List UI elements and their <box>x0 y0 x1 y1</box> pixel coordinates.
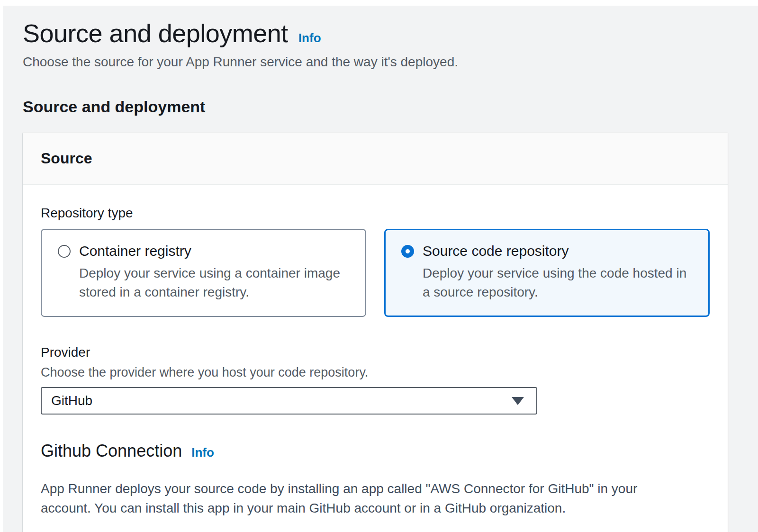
page-title: Source and deployment <box>23 18 288 48</box>
provider-field: Provider Choose the provider where you h… <box>41 344 710 415</box>
content-area: Source and deployment Info Choose the so… <box>3 6 758 532</box>
provider-select[interactable]: GitHub <box>41 387 537 415</box>
section-heading: Source and deployment <box>23 97 738 117</box>
tile-source-code-repository[interactable]: Source code repository Deploy your servi… <box>384 229 710 317</box>
page-title-info-link[interactable]: Info <box>298 31 321 45</box>
provider-select-value: GitHub <box>51 393 92 408</box>
source-card: Source Repository type Container registr… <box>23 133 728 532</box>
github-connection-info-link[interactable]: Info <box>191 445 214 460</box>
tile-container-registry-title: Container registry <box>79 242 191 260</box>
repository-type-label: Repository type <box>41 205 710 221</box>
tile-container-registry-description: Deploy your service using a container im… <box>79 264 352 302</box>
caret-down-icon <box>512 397 524 405</box>
page-header: Source and deployment Info <box>23 18 738 48</box>
tile-source-code-repository-title: Source code repository <box>423 242 569 260</box>
source-card-header: Source <box>23 133 728 185</box>
source-card-title: Source <box>41 150 92 167</box>
github-connection-header: Github Connection Info <box>41 440 710 462</box>
radio-button-source-code-repository[interactable] <box>401 245 414 258</box>
tile-source-code-repository-description: Deploy your service using the code hoste… <box>423 264 695 302</box>
repository-type-tiles: Container registry Deploy your service u… <box>41 229 710 317</box>
page-subtitle: Choose the source for your App Runner se… <box>23 53 738 71</box>
provider-label: Provider <box>41 344 710 361</box>
github-connection-description: App Runner deploys your source code by i… <box>41 479 691 518</box>
github-connection-heading: Github Connection <box>41 440 182 462</box>
page-background: Source and deployment Info Choose the so… <box>3 6 758 532</box>
radio-button-container-registry[interactable] <box>58 245 71 258</box>
provider-description: Choose the provider where you host your … <box>41 364 710 380</box>
source-card-body: Repository type Container registry Deplo… <box>23 185 728 532</box>
tile-container-registry[interactable]: Container registry Deploy your service u… <box>41 229 366 317</box>
tile-container-registry-row: Container registry <box>58 242 352 260</box>
tile-source-code-repository-row: Source code repository <box>401 242 695 260</box>
